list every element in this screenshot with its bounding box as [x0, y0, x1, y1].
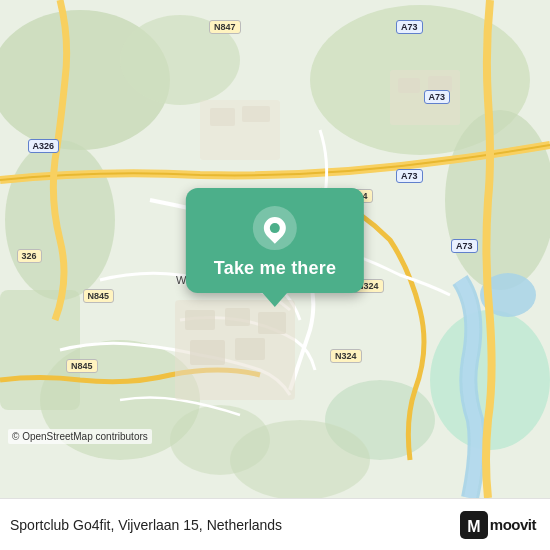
location-icon-wrap [253, 206, 297, 250]
popup-container: Take me there [186, 188, 364, 293]
road-badge-a326-2: 326 [17, 249, 42, 263]
road-badge-a73-2: A73 [424, 90, 451, 104]
road-badge-a73-3: A73 [396, 169, 423, 183]
road-badge-n847: N847 [209, 20, 241, 34]
road-badge-a326: A326 [28, 139, 60, 153]
moovit-logo: M moovit [460, 511, 536, 539]
copyright-text: © OpenStreetMap contributors [8, 429, 152, 444]
take-me-there-button[interactable]: Take me there [214, 258, 336, 279]
svg-point-6 [445, 110, 550, 290]
location-text: Sportclub Go4fit, Vijverlaan 15, Netherl… [10, 517, 282, 533]
svg-rect-21 [242, 106, 270, 122]
location-pin-icon [259, 213, 290, 244]
road-badge-n324-3: N324 [330, 349, 362, 363]
moovit-logo-icon: M [460, 511, 488, 539]
svg-rect-15 [225, 308, 250, 326]
svg-rect-17 [190, 340, 225, 365]
svg-rect-18 [235, 338, 265, 360]
svg-rect-20 [210, 108, 235, 126]
svg-rect-16 [258, 312, 286, 334]
road-badge-a73-1: A73 [396, 20, 423, 34]
svg-point-3 [5, 140, 115, 300]
road-badge-a73-4: A73 [451, 239, 478, 253]
road-badge-n845-2: N845 [66, 359, 98, 373]
map-container: N847A73A73A73A73A326326N324N324N324N845N… [0, 0, 550, 498]
popup-bubble: Take me there [186, 188, 364, 293]
svg-rect-23 [398, 78, 420, 93]
svg-rect-14 [185, 310, 215, 330]
copyright-bar: © OpenStreetMap contributors [0, 427, 550, 446]
app: N847A73A73A73A73A326326N324N324N324N845N… [0, 0, 550, 550]
moovit-text: moovit [490, 516, 536, 533]
svg-text:M: M [467, 518, 480, 535]
info-bar: Sportclub Go4fit, Vijverlaan 15, Netherl… [0, 498, 550, 550]
road-badge-n845-1: N845 [83, 289, 115, 303]
